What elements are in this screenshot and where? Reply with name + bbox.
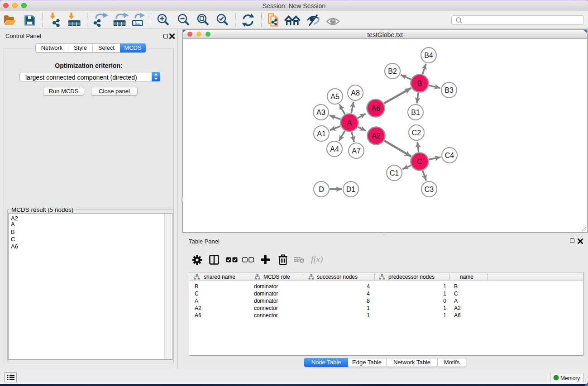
svg-text:C: C	[417, 158, 422, 166]
svg-text:A5: A5	[330, 93, 339, 100]
svg-text:B: B	[417, 80, 422, 87]
svg-text:D1: D1	[346, 186, 356, 193]
svg-text:B3: B3	[445, 86, 454, 94]
svg-text:B2: B2	[388, 67, 397, 75]
svg-text:A7: A7	[352, 147, 361, 155]
svg-text:A3: A3	[316, 109, 325, 116]
svg-text:A4: A4	[330, 145, 339, 153]
svg-text:A: A	[347, 119, 352, 127]
svg-text:B4: B4	[424, 52, 433, 59]
svg-text:B1: B1	[411, 109, 420, 116]
svg-text:C3: C3	[425, 186, 434, 193]
svg-text:A1: A1	[317, 130, 326, 138]
svg-text:C1: C1	[390, 169, 399, 177]
svg-text:A2: A2	[372, 132, 381, 140]
svg-text:A6: A6	[371, 105, 380, 112]
svg-text:A8: A8	[351, 89, 360, 97]
svg-text:C2: C2	[412, 129, 421, 137]
svg-text:C4: C4	[445, 152, 454, 159]
svg-text:D: D	[319, 186, 324, 193]
